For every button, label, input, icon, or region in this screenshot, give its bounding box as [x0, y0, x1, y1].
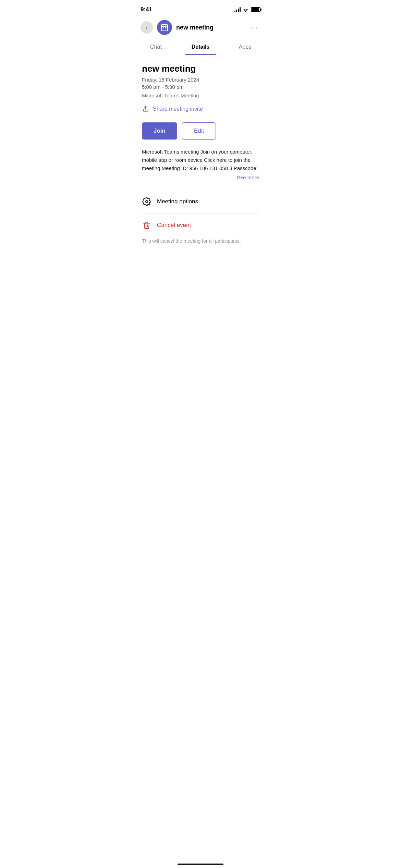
- meeting-time: 5:00 pm - 5:30 pm: [142, 84, 259, 90]
- tab-apps[interactable]: Apps: [223, 39, 267, 55]
- svg-rect-4: [163, 27, 164, 28]
- tab-chat[interactable]: Chat: [134, 39, 178, 55]
- meeting-description: Microsoft Teams meeting Join on your com…: [142, 148, 259, 172]
- more-options-button[interactable]: ···: [248, 21, 260, 34]
- header-title: new meeting: [176, 24, 244, 31]
- cancel-event-label: Cancel event: [157, 222, 191, 229]
- action-buttons: Join Edit: [142, 122, 259, 140]
- svg-rect-0: [161, 25, 168, 31]
- meeting-avatar: [157, 20, 172, 35]
- svg-point-7: [146, 201, 148, 203]
- back-arrow-icon: ‹: [145, 24, 147, 31]
- more-dots-icon: ···: [251, 24, 258, 32]
- share-label: Share meeting invite: [153, 106, 203, 112]
- status-time: 9:41: [141, 6, 152, 13]
- share-icon: [142, 105, 149, 113]
- edit-button[interactable]: Edit: [182, 122, 216, 140]
- tabs: Chat Details Apps: [134, 39, 267, 55]
- trash-icon: [142, 220, 151, 230]
- join-button[interactable]: Join: [142, 122, 177, 140]
- see-more-button[interactable]: See more: [142, 174, 259, 180]
- wifi-icon: [243, 7, 249, 12]
- back-button[interactable]: ‹: [141, 21, 153, 34]
- status-bar: 9:41: [134, 0, 267, 17]
- gear-icon: [142, 197, 151, 206]
- options-section: Meeting options Cancel event This will c…: [142, 190, 259, 249]
- content: new meeting Friday, 16 February 2024 5:0…: [134, 55, 267, 257]
- battery-icon: [251, 7, 260, 12]
- calendar-icon: [160, 23, 169, 32]
- meeting-options-label: Meeting options: [157, 198, 198, 205]
- tab-details[interactable]: Details: [178, 39, 223, 55]
- status-icons: [234, 7, 260, 12]
- header: ‹ new meeting ···: [134, 17, 267, 38]
- cancel-note: This will cancel the meeting for all par…: [142, 237, 259, 249]
- meeting-title: new meeting: [142, 63, 259, 74]
- signal-icon: [234, 7, 241, 12]
- meeting-options-button[interactable]: Meeting options: [142, 190, 259, 214]
- meeting-date: Friday, 16 February 2024: [142, 77, 259, 83]
- svg-rect-5: [165, 27, 166, 28]
- share-meeting-invite-button[interactable]: Share meeting invite: [142, 105, 259, 113]
- cancel-event-button[interactable]: Cancel event: [142, 214, 259, 237]
- meeting-type: Microsoft Teams Meeting: [142, 93, 259, 98]
